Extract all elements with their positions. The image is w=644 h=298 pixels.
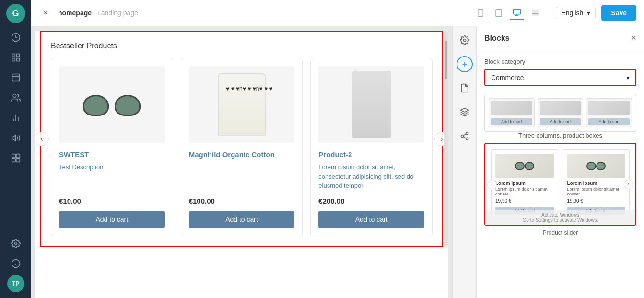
svg-point-36 (461, 135, 463, 138)
content-area: Bestseller Products SWTEST Test Descript… (31, 26, 644, 298)
sidebar-item-apps[interactable] (7, 149, 24, 167)
sidebar-item-chart[interactable] (7, 109, 24, 126)
block-category-value: Commerce (491, 74, 524, 81)
language-label: English (561, 9, 583, 17)
device-desktop-icon[interactable] (510, 6, 524, 20)
mini-card-3: Add to cart (586, 98, 632, 127)
mini-card-img-1 (491, 101, 532, 115)
product-price-2: €100.00 (189, 197, 295, 205)
sidebar-item-pages[interactable] (7, 69, 24, 86)
slider-left-arrow[interactable]: ‹ (487, 180, 497, 189)
svg-rect-12 (12, 154, 15, 158)
activate-windows-overlay: Activate Windows Go to Settings to activ… (485, 210, 635, 225)
sidebar-item-users[interactable] (7, 89, 24, 106)
svg-line-38 (463, 137, 466, 138)
right-icon-strip (452, 26, 476, 298)
blocks-title: Blocks (484, 34, 509, 43)
sidebar-item-layers[interactable] (7, 49, 24, 66)
product-section: Bestseller Products SWTEST Test Descript… (40, 31, 443, 247)
mini-sunglass-2 (586, 161, 606, 171)
slider-mini-price-1: 19,90 € (495, 198, 554, 204)
slider-mini-img-1 (495, 154, 554, 178)
mini-card-2: Add to cart (538, 98, 584, 127)
sidebar-item-dashboard[interactable] (7, 29, 24, 46)
svg-marker-34 (460, 108, 468, 112)
carousel-left-arrow[interactable]: ‹ (35, 132, 49, 146)
slider-mini-desc-2: Lorem ipsum dolor sit amet conset... (567, 187, 626, 196)
activate-title: Activate Windows (487, 212, 633, 218)
mini-card-1: Add to cart (489, 98, 535, 127)
slider-mini-img-2 (567, 154, 626, 178)
scrollbar-thumb (445, 41, 447, 79)
right-share-icon[interactable] (457, 128, 473, 144)
svg-point-35 (466, 132, 468, 135)
svg-marker-11 (12, 135, 15, 141)
mini-add-btn-3[interactable]: Add to cart (588, 118, 630, 125)
right-plus-icon[interactable] (457, 56, 473, 72)
mini-card-img-3 (588, 101, 630, 115)
product-price-3: €200.00 (318, 197, 424, 205)
svg-point-37 (466, 138, 468, 140)
product-image-3 (318, 66, 424, 143)
mini-card-img-2 (540, 101, 581, 115)
svg-rect-14 (12, 159, 15, 162)
product-price-1: €10.00 (59, 197, 165, 205)
sidebar-item-info[interactable] (7, 255, 24, 272)
sidebar-item-settings[interactable] (7, 235, 24, 252)
device-text-icon[interactable] (528, 6, 542, 20)
svg-rect-2 (16, 54, 19, 57)
add-to-cart-btn-3[interactable]: Add to cart (318, 211, 424, 228)
product-image-1 (59, 66, 165, 143)
mini-add-btn-1[interactable]: Add to cart (491, 118, 532, 125)
app-logo[interactable]: G (6, 4, 25, 23)
slider-mini-card-1: Lorem Ipsum Lorem ipsum dolor sit amet c… (491, 149, 558, 219)
product-slider-label: Product slider (484, 229, 636, 236)
canvas-scrollbar[interactable] (444, 31, 448, 247)
blocks-close-button[interactable]: × (631, 33, 636, 43)
products-grid: SWTEST Test Description €10.00 Add to ca… (51, 58, 433, 236)
slider-mini-desc-1: Lorem ipsum dolor sit amet conset... (495, 187, 554, 196)
block-category-select[interactable]: Commerce ▾ (484, 69, 636, 86)
section-title: Bestseller Products (51, 42, 433, 50)
product-name-1: SWTEST (59, 150, 165, 159)
slider-mini-card-2: Lorem Ipsum Lorem ipsum dolor sit amet c… (563, 149, 630, 219)
sweater-image (218, 73, 266, 136)
right-note-icon[interactable] (457, 80, 473, 96)
blocks-body: Block category Commerce ▾ Add to cart (477, 50, 644, 298)
mini-add-btn-2[interactable]: Add to cart (540, 118, 581, 125)
product-desc-2 (189, 162, 295, 191)
product-name-3: Product-2 (318, 150, 424, 159)
three-col-title: Three columns, product boxes (484, 132, 636, 139)
slider-right-arrow[interactable]: › (624, 180, 633, 189)
sidebar-item-megaphone[interactable] (7, 129, 24, 147)
product-slider-section: Lorem Ipsum Lorem ipsum dolor sit amet c… (484, 143, 636, 236)
top-bar: × homepage Landing page English ▾ Save (31, 0, 644, 26)
activate-sub: Go to Settings to activate Windows. (487, 218, 633, 223)
product-card-2: Magnhild Organic Cotton €100.00 Add to c… (181, 58, 303, 236)
device-tablet-icon[interactable] (492, 6, 506, 20)
product-desc-1: Test Description (59, 162, 165, 191)
right-gear-icon[interactable] (457, 32, 473, 48)
save-button[interactable]: Save (601, 5, 636, 21)
user-avatar[interactable]: TP (7, 275, 24, 292)
add-to-cart-btn-1[interactable]: Add to cart (59, 211, 165, 228)
svg-rect-5 (12, 74, 19, 81)
device-icons (473, 6, 542, 20)
add-to-cart-btn-2[interactable]: Add to cart (189, 211, 295, 228)
chevron-down-icon: ▾ (626, 74, 630, 81)
device-mobile-icon[interactable] (473, 6, 488, 20)
svg-rect-24 (514, 9, 521, 14)
right-layers-icon[interactable] (457, 104, 473, 120)
language-selector[interactable]: English ▾ (556, 7, 596, 19)
main-area: × homepage Landing page English ▾ Save (31, 0, 644, 298)
block-category-label: Block category (484, 58, 636, 65)
svg-rect-1 (12, 54, 15, 57)
left-sidebar: G TP (0, 0, 31, 298)
tab-landing-page[interactable]: Landing page (97, 9, 138, 17)
tab-homepage[interactable]: homepage (58, 9, 92, 17)
product-card-3: Product-2 Lorem ipsum dolor sit amet, co… (310, 58, 433, 236)
svg-rect-3 (12, 58, 15, 61)
blocks-header: Blocks × (477, 26, 644, 50)
model-image (352, 71, 391, 138)
close-button[interactable]: × (39, 6, 52, 20)
